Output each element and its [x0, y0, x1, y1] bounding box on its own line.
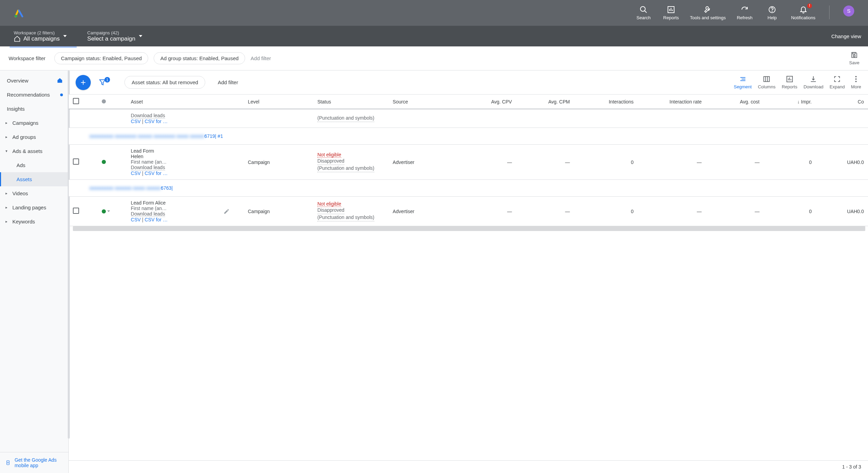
add-filter-button[interactable]: Add filter	[251, 55, 271, 61]
segment-icon	[739, 75, 747, 83]
help-action[interactable]: Help	[763, 6, 781, 21]
videos-label: Videos	[12, 190, 28, 196]
refresh-action[interactable]: Refresh	[736, 6, 753, 21]
add-asset-button[interactable]	[76, 75, 91, 90]
reports-label: Reports	[663, 15, 679, 21]
segment-button[interactable]: Segment	[734, 75, 752, 89]
sidebar-item-ads[interactable]: Ads	[0, 158, 68, 172]
columns-button[interactable]: Columns	[758, 75, 776, 89]
user-avatar[interactable]: S	[843, 6, 854, 16]
chevron-down-icon	[63, 35, 67, 37]
sidebar-item-assets[interactable]: Assets	[0, 172, 68, 186]
sidebar-item-adgroups[interactable]: Ad groups	[0, 130, 68, 144]
horizontal-scrollbar[interactable]	[73, 226, 865, 231]
expand-icon	[833, 75, 841, 83]
chevron-down-icon[interactable]	[107, 210, 110, 212]
avg-cost-cell: —	[706, 145, 764, 180]
csv-for-link[interactable]: CSV for …	[145, 217, 168, 222]
cost-header[interactable]: Co	[816, 95, 868, 109]
avg-cost-cell: —	[706, 197, 764, 226]
blurred-campaign-name: xxxxxxxxxx xxxxxxx xxxxx xxxxxx	[89, 185, 161, 191]
disapproved-label: Disapproved	[317, 207, 344, 214]
interaction-rate-header[interactable]: Interaction rate	[638, 95, 706, 109]
campaigns-big: Select a campaign	[87, 35, 135, 42]
impr-header[interactable]: ↓ Impr.	[764, 95, 816, 109]
assets-table-wrap[interactable]: Asset Level Status Source Avg. CPV Avg. …	[69, 95, 868, 460]
campaign-group-suffix: 6763|	[161, 185, 173, 191]
svg-point-8	[772, 11, 772, 11]
ads-assets-label: Ads & assets	[12, 148, 43, 154]
not-eligible-label: Not eligible	[317, 201, 341, 207]
recommendations-dot-icon	[60, 94, 63, 96]
sidebar-item-ads-assets[interactable]: Ads & assets	[0, 144, 68, 158]
source-header[interactable]: Source	[388, 95, 458, 109]
status-dot-icon	[102, 160, 106, 164]
csv-link[interactable]: CSV	[131, 217, 141, 222]
more-button[interactable]: More	[851, 75, 861, 89]
sidebar-item-videos[interactable]: Videos	[0, 186, 68, 200]
help-label: Help	[768, 15, 777, 21]
segment-label: Segment	[734, 84, 752, 89]
csv-link[interactable]: CSV	[131, 170, 141, 176]
campaign-group-row[interactable]: xxxxxxxxxx xxxxxxxxx xxxxxx xxxxxxxxx xx…	[69, 128, 868, 145]
sidebar-item-campaigns[interactable]: Campaigns	[0, 116, 68, 130]
change-view-button[interactable]: Change view	[831, 33, 861, 39]
insights-label: Insights	[7, 106, 25, 112]
campaign-status-chip[interactable]: Campaign status: Enabled, Paused	[54, 52, 148, 64]
add-filter-toolbar-button[interactable]: Add filter	[218, 79, 238, 85]
row-checkbox[interactable]	[73, 158, 79, 165]
campaign-selector[interactable]: Campaigns (42) Select a campaign	[80, 30, 149, 42]
asset-status-chip[interactable]: Asset status: All but removed	[124, 76, 205, 89]
filter-button[interactable]: 1	[96, 78, 109, 87]
checkbox-icon[interactable]	[73, 98, 79, 104]
level-cell: Campaign	[244, 197, 313, 226]
interactions-header[interactable]: Interactions	[574, 95, 638, 109]
notifications-action[interactable]: ! Notifications	[791, 6, 815, 21]
sidebar-item-landing-pages[interactable]: Landing pages	[0, 200, 68, 214]
download-leads-link[interactable]: Download leads	[131, 211, 165, 217]
mobile-app-link[interactable]: Get the Google Ads mobile app	[0, 452, 68, 473]
top-header: Search Reports Tools and settings Refres…	[0, 0, 868, 26]
mobile-app-label: Get the Google Ads mobile app	[14, 457, 63, 468]
sidebar-item-recommendations[interactable]: Recommendations	[0, 88, 68, 102]
asset-header[interactable]: Asset	[127, 95, 244, 109]
search-action[interactable]: Search	[635, 6, 652, 21]
impr-label: Impr.	[801, 99, 812, 104]
reports-action[interactable]: Reports	[662, 6, 680, 21]
avg-cpv-header[interactable]: Avg. CPV	[458, 95, 516, 109]
asset-title: Lead Form Alice	[131, 200, 216, 206]
more-vertical-icon	[852, 75, 860, 83]
status-dot-header	[98, 95, 127, 109]
chevron-down-icon	[139, 35, 142, 37]
row-checkbox[interactable]	[73, 208, 79, 214]
csv-for-link[interactable]: CSV for …	[145, 170, 168, 176]
sidebar-item-overview[interactable]: Overview	[0, 73, 68, 88]
select-all-header[interactable]	[69, 95, 98, 109]
tools-action[interactable]: Tools and settings	[690, 6, 726, 21]
sidebar-item-insights[interactable]: Insights	[0, 102, 68, 116]
adgroup-status-chip[interactable]: Ad group status: Enabled, Paused	[154, 52, 245, 64]
save-label: Save	[849, 60, 859, 65]
workspace-selector[interactable]: Workspace (2 filters) All campaigns	[7, 30, 74, 42]
refresh-label: Refresh	[737, 15, 752, 21]
level-header[interactable]: Level	[244, 95, 313, 109]
sidebar-item-keywords[interactable]: Keywords	[0, 214, 68, 229]
avg-cost-header[interactable]: Avg. cost	[706, 95, 764, 109]
save-filter-button[interactable]: Save	[849, 51, 859, 65]
status-dot-icon	[102, 209, 106, 213]
csv-link[interactable]: CSV	[131, 119, 141, 124]
main-content: 1 Asset status: All but removed Add filt…	[69, 70, 868, 473]
table-footer: 1 - 3 of 3	[69, 460, 868, 473]
download-leads-link[interactable]: Download leads	[131, 165, 165, 170]
avg-cpm-header[interactable]: Avg. CPM	[516, 95, 574, 109]
download-button[interactable]: Download	[803, 75, 823, 89]
csv-for-link[interactable]: CSV for …	[145, 119, 168, 124]
edit-button[interactable]	[223, 208, 240, 214]
expand-button[interactable]: Expand	[829, 75, 845, 89]
search-icon	[639, 6, 648, 14]
campaigns-label: Campaigns	[12, 120, 39, 126]
toolbar-reports-button[interactable]: Reports	[782, 75, 798, 89]
status-header[interactable]: Status	[313, 95, 388, 109]
download-leads-link[interactable]: Download leads	[131, 113, 165, 119]
campaign-group-row[interactable]: xxxxxxxxxx xxxxxxx xxxxx xxxxxx6763|	[69, 180, 868, 197]
